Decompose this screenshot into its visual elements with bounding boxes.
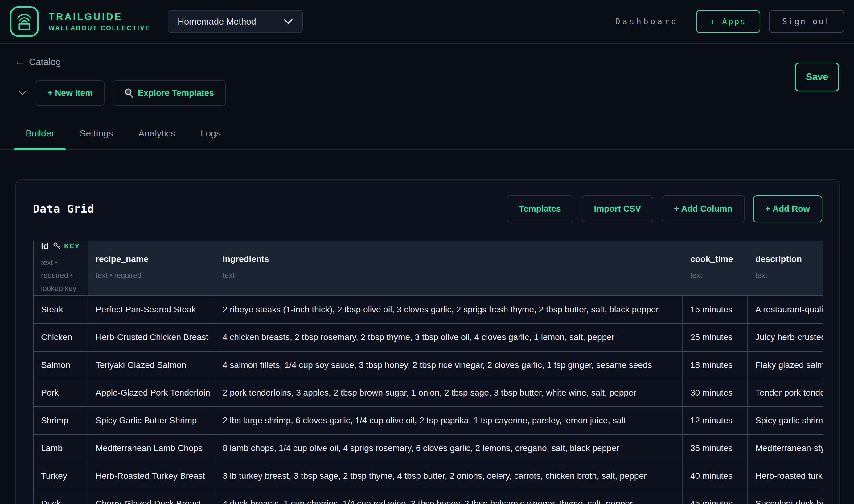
new-item-button[interactable]: + New Item (36, 80, 105, 106)
save-button[interactable]: Save (795, 62, 839, 91)
key-icon (53, 242, 61, 250)
data-grid-table: idKEYtext • required • lookup keyrecipe_… (33, 240, 823, 504)
cell-cook_time[interactable]: 25 minutes (683, 324, 748, 351)
table-row: SalmonTeriyaki Glazed Salmon4 salmon fil… (34, 352, 823, 379)
project-selector-value: Homemade Method (178, 17, 256, 27)
explore-templates-button[interactable]: Explore Templates (112, 80, 226, 106)
brand-logo (10, 6, 39, 37)
signout-button[interactable]: Sign out (769, 10, 844, 33)
toolbar: ← Catalog + New Item Explore Templates S… (0, 44, 854, 118)
column-name: recipe_name (95, 254, 215, 264)
column-header-cook_time[interactable]: cook_timetext (683, 240, 748, 295)
cell-ingredients[interactable]: 2 lbs large shrimp, 6 cloves garlic, 1/4… (215, 407, 683, 434)
table-body: SteakPerfect Pan-Seared Steak2 ribeye st… (33, 296, 823, 504)
cell-id[interactable]: Duck (34, 490, 88, 504)
tab-analytics[interactable]: Analytics (127, 118, 187, 149)
cell-description[interactable]: A restaurant-quality steak (748, 296, 823, 323)
cell-recipe_name[interactable]: Herb-Crusted Chicken Breast (88, 324, 215, 351)
cell-description[interactable]: Succulent duck breast (748, 490, 823, 504)
data-grid-header: Data Grid TemplatesImport CSV+ Add Colum… (33, 195, 822, 223)
collapse-caret-toggle[interactable] (18, 91, 27, 95)
chevron-down-icon (284, 19, 293, 24)
radar-router-icon (15, 11, 34, 32)
brand-text: TRAILGUIDE WALLABOUT COLLECTIVE (49, 12, 151, 32)
column-header-id[interactable]: idKEYtext • required • lookup key (34, 240, 88, 295)
table-row: ChickenHerb-Crusted Chicken Breast4 chic… (34, 324, 823, 352)
brand-subtitle: WALLABOUT COLLECTIVE (49, 25, 151, 32)
chevron-down-icon (18, 91, 27, 95)
add-column-button[interactable]: + Add Column (662, 195, 745, 222)
column-header-ingredients[interactable]: ingredientstext (215, 240, 683, 295)
cell-description[interactable]: Mediterranean-style lamb (748, 435, 823, 462)
data-grid-title: Data Grid (33, 203, 94, 215)
add-row-button[interactable]: + Add Row (753, 195, 822, 222)
cell-id[interactable]: Salmon (34, 352, 88, 379)
table-row: ShrimpSpicy Garlic Butter Shrimp2 lbs la… (34, 407, 823, 435)
cell-description[interactable]: Spicy garlic shrimp (748, 407, 823, 434)
column-header-description[interactable]: descriptiontext (748, 240, 823, 295)
nav-right: Dashboard + Apps Sign out (615, 10, 844, 33)
cell-recipe_name[interactable]: Mediterranean Lamb Chops (88, 435, 215, 462)
cell-ingredients[interactable]: 4 duck breasts, 1 cup cherries, 1/4 cup … (215, 490, 683, 504)
column-name: cook_time (690, 254, 748, 264)
project-selector-dropdown[interactable]: Homemade Method (168, 11, 303, 33)
cell-description[interactable]: Tender pork tenderloin (748, 379, 823, 406)
cell-ingredients[interactable]: 4 salmon fillets, 1/4 cup soy sauce, 3 t… (215, 352, 683, 379)
cell-cook_time[interactable]: 35 minutes (683, 435, 748, 462)
cell-id[interactable]: Chicken (34, 324, 88, 351)
cell-cook_time[interactable]: 30 minutes (683, 379, 748, 406)
nav-link-dashboard[interactable]: Dashboard (615, 17, 678, 26)
cell-ingredients[interactable]: 2 ribeye steaks (1-inch thick), 2 tbsp o… (215, 296, 683, 323)
import-csv-button[interactable]: Import CSV (582, 195, 653, 222)
cell-cook_time[interactable]: 45 minutes (683, 490, 748, 504)
cell-recipe_name[interactable]: Herb-Roasted Turkey Breast (88, 463, 215, 489)
column-meta: text • required • lookup key (41, 256, 83, 295)
brand-title: TRAILGUIDE (49, 12, 151, 22)
cell-recipe_name[interactable]: Apple-Glazed Pork Tenderloin (88, 379, 215, 406)
explore-templates-label: Explore Templates (138, 88, 214, 98)
back-link-label: Catalog (29, 57, 61, 67)
tab-bar: BuilderSettingsAnalyticsLogs (0, 118, 854, 150)
column-name: id (41, 241, 49, 251)
table-row: LambMediterranean Lamb Chops8 lamb chops… (34, 435, 823, 463)
column-name: ingredients (223, 254, 683, 264)
main-content: Data Grid TemplatesImport CSV+ Add Colum… (0, 150, 854, 504)
data-grid-card: Data Grid TemplatesImport CSV+ Add Colum… (15, 179, 839, 504)
cell-id[interactable]: Lamb (34, 435, 88, 462)
cell-ingredients[interactable]: 8 lamb chops, 1/4 cup olive oil, 4 sprig… (215, 435, 683, 462)
cell-cook_time[interactable]: 12 minutes (683, 407, 748, 434)
cell-id[interactable]: Pork (34, 379, 88, 406)
cell-id[interactable]: Steak (34, 296, 88, 323)
table-row: DuckCherry-Glazed Duck Breast4 duck brea… (34, 490, 823, 504)
table-row: PorkApple-Glazed Pork Tenderloin2 pork t… (34, 379, 823, 407)
tab-logs[interactable]: Logs (189, 118, 232, 149)
top-nav: TRAILGUIDE WALLABOUT COLLECTIVE Homemade… (0, 0, 854, 44)
cell-id[interactable]: Turkey (34, 463, 88, 489)
back-to-catalog-link[interactable]: ← Catalog (15, 56, 61, 68)
cell-recipe_name[interactable]: Perfect Pan-Seared Steak (88, 296, 215, 323)
column-header-recipe_name[interactable]: recipe_nametext • required (88, 240, 215, 295)
cell-description[interactable]: Herb-roasted turkey (748, 463, 823, 489)
cell-ingredients[interactable]: 3 lb turkey breast, 3 tbsp sage, 2 tbsp … (215, 463, 683, 489)
cell-id[interactable]: Shrimp (34, 407, 88, 434)
grid-actions: TemplatesImport CSV+ Add Column+ Add Row (498, 195, 822, 222)
cell-recipe_name[interactable]: Spicy Garlic Butter Shrimp (88, 407, 215, 434)
tab-settings[interactable]: Settings (68, 118, 124, 149)
table-header-row: idKEYtext • required • lookup keyrecipe_… (33, 240, 823, 296)
cell-cook_time[interactable]: 18 minutes (683, 352, 748, 379)
templates-button[interactable]: Templates (507, 195, 573, 222)
cell-ingredients[interactable]: 2 pork tenderloins, 3 apples, 2 tbsp bro… (215, 379, 683, 406)
key-badge: KEY (64, 242, 80, 250)
tab-builder[interactable]: Builder (14, 118, 66, 149)
cell-description[interactable]: Flaky glazed salmon (748, 352, 823, 379)
column-name: description (755, 254, 823, 264)
toolbar-row: + New Item Explore Templates (15, 80, 839, 106)
column-meta: text • required (95, 269, 215, 282)
cell-ingredients[interactable]: 4 chicken breasts, 2 tbsp rosemary, 2 tb… (215, 324, 683, 351)
cell-recipe_name[interactable]: Teriyaki Glazed Salmon (88, 352, 215, 379)
cell-description[interactable]: Juicy herb-crusted chicken (748, 324, 823, 351)
cell-recipe_name[interactable]: Cherry-Glazed Duck Breast (88, 490, 215, 504)
apps-button[interactable]: + Apps (696, 10, 760, 33)
cell-cook_time[interactable]: 15 minutes (683, 296, 748, 323)
cell-cook_time[interactable]: 40 minutes (683, 463, 748, 489)
